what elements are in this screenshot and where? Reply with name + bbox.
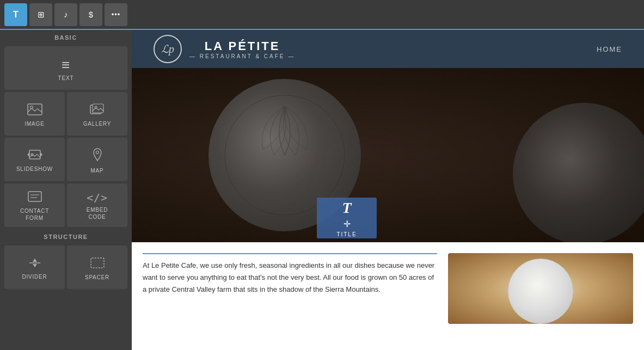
- svg-point-9: [96, 151, 99, 153]
- slideshow-widget-label: SLIDESHOW: [16, 166, 53, 172]
- section-label-basic: BASIC: [0, 30, 132, 44]
- title-drag-move-icon: ✛: [344, 219, 351, 229]
- svg-rect-16: [91, 258, 104, 268]
- sidebar-item-text[interactable]: ≡ TEXT: [4, 46, 127, 90]
- restaurant-name: LA PÉTITE: [189, 39, 295, 53]
- music-tool-button[interactable]: ♪: [54, 3, 77, 26]
- svg-rect-10: [28, 192, 41, 201]
- spacer-widget-label: SPACER: [85, 274, 109, 280]
- image-widget-label: IMAGE: [24, 121, 44, 127]
- text-widget-label: TEXT: [58, 75, 74, 81]
- contact-form-widget-icon: [28, 191, 42, 204]
- slideshow-widget-icon: [27, 150, 43, 163]
- content-paragraph: At Le Petite Cafe, we use only fresh, se…: [143, 260, 437, 296]
- top-toolbar: T ⊞ ♪ $ •••: [0, 0, 644, 30]
- svg-marker-7: [40, 152, 42, 157]
- title-drag-element[interactable]: T ✛ TITLE: [317, 198, 377, 238]
- restaurant-logo: ℒp LA PÉTITE — RESTAURANT & CAFE —: [154, 35, 295, 63]
- gallery-widget-icon: [90, 103, 105, 118]
- more-icon: •••: [112, 10, 121, 19]
- more-tool-button[interactable]: •••: [105, 3, 127, 26]
- dollar-tool-button[interactable]: $: [79, 3, 102, 26]
- sidebar-item-divider[interactable]: DIVIDER: [4, 245, 65, 289]
- music-icon: ♪: [64, 10, 68, 19]
- sidebar: BASIC ≡ TEXT IMAGE: [0, 30, 132, 350]
- grid-tool-button[interactable]: ⊞: [29, 3, 52, 26]
- dollar-icon: $: [89, 10, 93, 19]
- svg-rect-0: [28, 104, 42, 115]
- svg-rect-3: [93, 104, 103, 113]
- sidebar-item-embed-code[interactable]: </> EMBEDCODE: [67, 183, 127, 227]
- content-food-image: [448, 253, 633, 324]
- logo-text-block: LA PÉTITE — RESTAURANT & CAFE —: [189, 39, 295, 59]
- sidebar-item-gallery[interactable]: GALLERY: [67, 92, 127, 136]
- hero-area: T ✛ TITLE: [132, 68, 644, 242]
- divider-widget-label: DIVIDER: [22, 274, 47, 280]
- svg-marker-14: [33, 259, 37, 262]
- logo-circle-icon: ℒp: [154, 35, 182, 63]
- basic-grid: ≡ TEXT IMAGE: [0, 44, 132, 229]
- spacer-widget-icon: [90, 257, 105, 271]
- logo-monogram: ℒp: [161, 42, 174, 56]
- text-tool-button[interactable]: T: [4, 3, 27, 26]
- sidebar-item-contact-form[interactable]: CONTACTFORM: [4, 183, 65, 227]
- title-drag-label: TITLE: [336, 231, 357, 237]
- sidebar-item-image[interactable]: IMAGE: [4, 92, 65, 136]
- content-text-block: At Le Petite Cafe, we use only fresh, se…: [143, 253, 437, 339]
- grid-icon: ⊞: [38, 10, 45, 20]
- sidebar-item-spacer[interactable]: SPACER: [67, 245, 127, 289]
- image-widget-icon: [27, 103, 42, 118]
- map-widget-icon: [91, 148, 103, 164]
- title-drag-t-icon: T: [342, 199, 351, 217]
- text-widget-icon: ≡: [62, 58, 70, 72]
- divider-widget-icon: [27, 257, 42, 271]
- embed-code-widget-icon: </>: [87, 192, 108, 203]
- sidebar-item-slideshow[interactable]: SLIDESHOW: [4, 138, 65, 181]
- restaurant-subtitle: — RESTAURANT & CAFE —: [189, 53, 295, 59]
- nav-home-link[interactable]: HOME: [597, 45, 622, 53]
- food-image-placeholder: [448, 253, 633, 324]
- map-widget-label: MAP: [90, 168, 103, 174]
- svg-marker-6: [27, 152, 29, 157]
- hero-plate-right: [513, 103, 644, 242]
- svg-marker-15: [33, 264, 37, 267]
- text-icon: T: [13, 10, 19, 20]
- embed-code-widget-label: EMBEDCODE: [87, 206, 108, 220]
- structure-grid: DIVIDER SPACER: [0, 243, 132, 291]
- contact-form-widget-label: CONTACTFORM: [20, 207, 49, 222]
- sidebar-item-map[interactable]: MAP: [67, 138, 127, 181]
- content-section: At Le Petite Cafe, we use only fresh, se…: [132, 242, 644, 350]
- preview-area: ℒp LA PÉTITE — RESTAURANT & CAFE — HOME: [132, 30, 644, 350]
- restaurant-nav: ℒp LA PÉTITE — RESTAURANT & CAFE — HOME: [132, 30, 644, 68]
- main-area: BASIC ≡ TEXT IMAGE: [0, 30, 644, 350]
- section-label-structure: STRUCTURE: [0, 229, 132, 243]
- food-plate-decoration: [508, 259, 573, 324]
- gallery-widget-label: GALLERY: [83, 121, 112, 127]
